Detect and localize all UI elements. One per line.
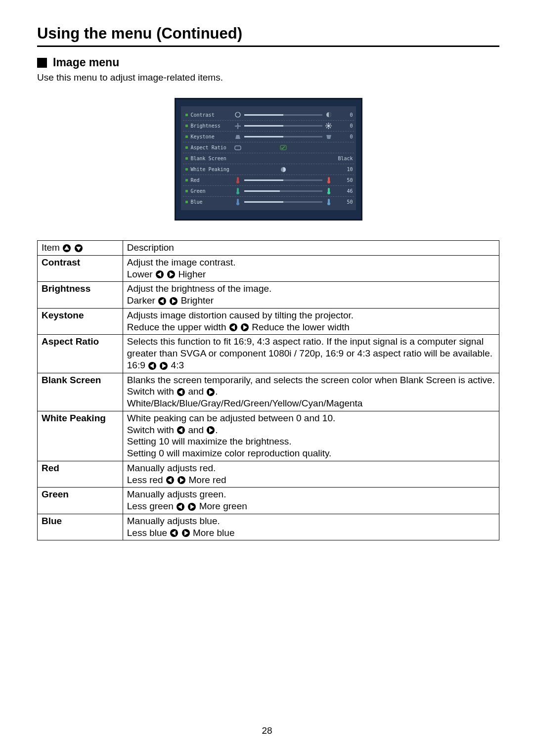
header-desc: Description: [123, 241, 499, 256]
left-icon: [177, 426, 185, 435]
down-icon: [74, 244, 83, 253]
left-icon: [177, 388, 185, 397]
left-icon: [229, 323, 238, 332]
svg-rect-18: [235, 146, 241, 150]
svg-line-13: [330, 127, 331, 128]
page-number: 28: [0, 725, 534, 736]
row-blank-screen: Blank Screen: [42, 375, 101, 385]
row-aspect-ratio: Aspect Ratio: [42, 336, 99, 347]
right-icon: [206, 426, 215, 435]
right-icon: [167, 270, 176, 279]
svg-line-12: [326, 124, 327, 125]
left-icon: [170, 529, 178, 537]
right-icon: [177, 476, 186, 485]
svg-point-24: [327, 180, 330, 183]
right-icon: [181, 529, 190, 537]
svg-point-0: [235, 112, 240, 117]
header-item: Item: [38, 241, 123, 256]
svg-marker-17: [326, 135, 331, 139]
left-icon: [158, 297, 167, 306]
definitions-table: Item Description Contrast Adjust the ima…: [37, 240, 499, 540]
left-icon: [155, 270, 164, 279]
svg-point-30: [236, 202, 239, 205]
right-icon: [187, 502, 196, 511]
svg-point-7: [327, 125, 330, 127]
svg-point-26: [236, 191, 239, 194]
intro-text: Use this menu to adjust image-related it…: [37, 72, 499, 83]
left-icon: [148, 361, 157, 370]
up-icon: [62, 244, 71, 253]
left-icon: [166, 476, 175, 485]
svg-marker-16: [235, 135, 240, 139]
right-icon: [240, 323, 249, 332]
divider: [37, 45, 499, 47]
row-blue: Blue: [42, 516, 62, 526]
svg-point-22: [236, 180, 239, 183]
row-brightness: Brightness: [42, 283, 90, 294]
row-contrast: Contrast: [42, 257, 80, 267]
right-icon: [206, 388, 215, 397]
section-title: Image menu: [53, 56, 119, 69]
row-keystone: Keystone: [42, 310, 84, 320]
right-icon: [169, 297, 178, 306]
section-bullet-icon: [37, 58, 47, 68]
svg-point-28: [327, 191, 330, 194]
svg-point-32: [327, 202, 330, 205]
row-red: Red: [42, 463, 59, 473]
svg-line-14: [330, 124, 331, 125]
svg-line-15: [326, 127, 327, 128]
row-green: Green: [42, 489, 69, 499]
osd-screenshot: Contrast 0 Brightness 0: [175, 98, 362, 221]
svg-point-2: [237, 125, 239, 127]
page-title: Using the menu (Continued): [37, 25, 499, 43]
left-icon: [176, 502, 185, 511]
row-white-peaking: White Peaking: [42, 413, 106, 423]
right-icon: [159, 361, 168, 370]
